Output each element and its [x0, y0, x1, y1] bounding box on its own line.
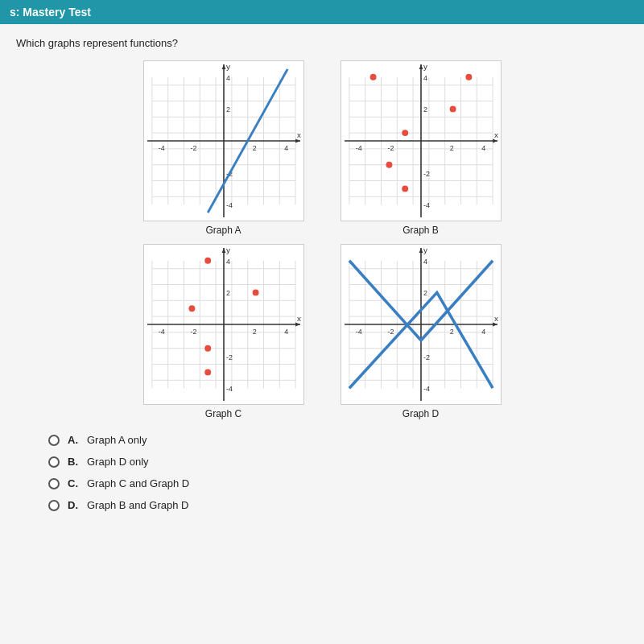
question-text: Which graphs represent functions?: [16, 37, 628, 49]
svg-point-67: [465, 74, 472, 80]
graph-b: x y -4 -2 2 4 4 2 -2 -4: [341, 60, 502, 221]
radio-c[interactable]: [48, 478, 60, 489]
option-c-text: Graph C and Graph D: [87, 477, 189, 489]
svg-text:4: 4: [284, 144, 288, 152]
svg-text:x: x: [494, 314, 498, 323]
graph-a-wrapper: x y -4 -2 2 4 4 2 -2 -4 Graph A: [129, 60, 318, 236]
svg-text:x: x: [494, 130, 498, 139]
option-d[interactable]: D. Graph B and Graph D: [48, 499, 628, 511]
svg-point-108: [204, 369, 211, 375]
svg-point-69: [402, 130, 408, 136]
svg-text:-4: -4: [225, 201, 232, 209]
option-a[interactable]: A. Graph A only: [48, 434, 628, 446]
option-b[interactable]: B. Graph D only: [48, 456, 628, 468]
svg-text:2: 2: [423, 105, 427, 114]
svg-text:y: y: [423, 62, 427, 71]
svg-point-70: [386, 162, 392, 168]
svg-text:y: y: [225, 62, 229, 71]
svg-text:-4: -4: [423, 201, 429, 209]
option-a-text: Graph A only: [87, 434, 147, 446]
svg-text:4: 4: [481, 144, 485, 152]
svg-text:-2: -2: [190, 328, 196, 336]
graph-d: x y -4 -2 2 4 4 2 -2 -4: [341, 244, 502, 405]
svg-text:2: 2: [252, 144, 256, 152]
radio-d[interactable]: [48, 500, 60, 511]
svg-text:-4: -4: [158, 144, 164, 152]
radio-a[interactable]: [48, 435, 60, 446]
svg-point-66: [369, 74, 376, 80]
svg-text:-4: -4: [355, 328, 361, 336]
svg-text:-2: -2: [190, 144, 196, 152]
svg-text:-4: -4: [158, 328, 164, 336]
svg-text:-4: -4: [355, 144, 361, 152]
svg-text:4: 4: [284, 328, 288, 336]
svg-text:-2: -2: [387, 144, 394, 152]
svg-text:4: 4: [225, 74, 229, 82]
svg-text:y: y: [423, 246, 427, 254]
option-d-letter: D.: [68, 499, 80, 511]
svg-marker-20: [295, 139, 300, 143]
svg-point-106: [188, 305, 195, 312]
svg-text:-2: -2: [225, 353, 232, 361]
svg-marker-93: [221, 248, 225, 253]
svg-point-104: [204, 258, 211, 264]
option-c[interactable]: C. Graph C and Graph D: [48, 477, 628, 489]
svg-marker-55: [419, 64, 423, 69]
option-c-letter: C.: [68, 477, 80, 489]
graph-b-wrapper: x y -4 -2 2 4 4 2 -2 -4 Graph B: [326, 60, 515, 236]
svg-text:-2: -2: [423, 170, 429, 178]
svg-marker-129: [493, 323, 497, 327]
graph-c-label: Graph C: [205, 408, 242, 419]
content-area: Which graphs represent functions?: [0, 24, 644, 644]
radio-b[interactable]: [48, 456, 60, 468]
svg-text:2: 2: [423, 289, 427, 297]
svg-text:x: x: [297, 314, 301, 323]
svg-marker-130: [419, 248, 423, 253]
svg-point-105: [252, 289, 258, 295]
graph-a-label: Graph A: [205, 225, 241, 236]
graph-c-wrapper: x y -4 -2 2 4 4 2 -2 -4 Graph C: [129, 244, 318, 419]
graph-d-label: Graph D: [402, 408, 439, 419]
svg-point-68: [449, 105, 456, 112]
svg-text:2: 2: [449, 144, 453, 152]
svg-marker-54: [493, 139, 497, 143]
svg-text:4: 4: [423, 258, 427, 266]
options-container: A. Graph A only B. Graph D only C. Graph…: [48, 434, 628, 511]
title-bar: s: Mastery Test: [0, 0, 644, 24]
graph-c: x y -4 -2 2 4 4 2 -2 -4: [143, 244, 304, 405]
svg-text:2: 2: [252, 328, 256, 336]
svg-text:4: 4: [423, 74, 427, 82]
option-d-text: Graph B and Graph D: [87, 499, 188, 511]
svg-point-71: [402, 185, 408, 192]
graph-a: x y -4 -2 2 4 4 2 -2 -4: [143, 60, 304, 221]
title-text: s: Mastery Test: [10, 6, 91, 19]
svg-text:2: 2: [225, 289, 229, 297]
svg-text:-4: -4: [423, 385, 429, 393]
svg-text:2: 2: [225, 105, 229, 114]
svg-text:y: y: [225, 246, 229, 254]
svg-text:4: 4: [481, 328, 485, 336]
svg-text:2: 2: [449, 328, 453, 336]
svg-marker-21: [221, 64, 225, 69]
svg-text:4: 4: [225, 258, 229, 266]
svg-text:-2: -2: [387, 328, 394, 336]
graphs-container: x y -4 -2 2 4 4 2 -2 -4 Graph A: [129, 60, 515, 419]
svg-text:-4: -4: [225, 385, 232, 393]
graph-d-wrapper: x y -4 -2 2 4 4 2 -2 -4 Graph D: [326, 244, 515, 419]
svg-marker-92: [295, 323, 300, 327]
option-b-text: Graph D only: [87, 456, 149, 468]
svg-point-107: [204, 345, 211, 352]
option-b-letter: B.: [68, 456, 80, 468]
svg-text:-2: -2: [423, 353, 429, 361]
svg-text:x: x: [297, 130, 301, 139]
graph-b-label: Graph B: [402, 225, 439, 236]
option-a-letter: A.: [68, 434, 80, 446]
